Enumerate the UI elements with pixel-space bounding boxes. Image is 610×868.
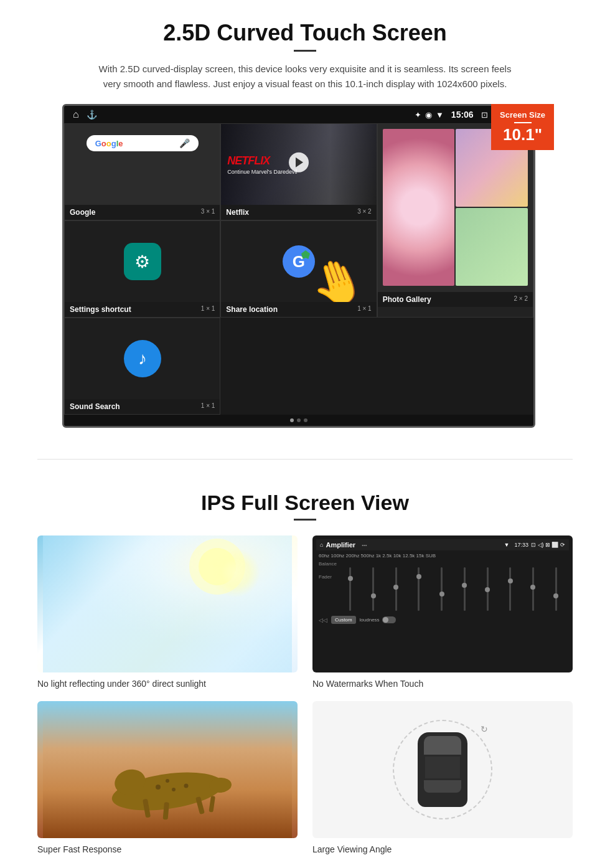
badge-label: Screen Size <box>500 110 545 120</box>
eq-slider-5[interactable] <box>441 567 443 611</box>
sound-app-size: 1 × 1 <box>201 402 215 411</box>
eq-slider-1[interactable] <box>349 567 351 611</box>
eq-thumb-10[interactable] <box>553 593 558 598</box>
eq-thumb-5[interactable] <box>439 592 444 597</box>
share-cell-inner: G 🤚 <box>221 221 376 302</box>
status-bar: ⌂ ⚓ ✦ ◉ ▼ 15:06 ⊡ ◁) ⊠ ⬜ <box>64 106 533 123</box>
svg-point-7 <box>156 785 161 790</box>
eq-thumb-9[interactable] <box>530 585 535 590</box>
amp-custom-button[interactable]: Custom <box>331 616 356 624</box>
dot-1[interactable] <box>290 418 294 422</box>
netflix-app-name: Netflix <box>226 208 249 217</box>
play-button[interactable] <box>289 153 309 172</box>
ips-title-divider <box>294 519 316 521</box>
eq-slider-4[interactable] <box>418 567 420 611</box>
eq-slider-6[interactable] <box>464 567 466 611</box>
app-cell-google[interactable]: Google 🎤 Google 3 × 1 <box>64 123 220 220</box>
share-app-name: Share location <box>226 305 278 314</box>
google-label-row: Google 3 × 1 <box>65 205 220 220</box>
netflix-app-size: 3 × 2 <box>357 208 372 217</box>
balance-label: Balance <box>319 561 336 567</box>
feature-cheetah: Super Fast Response <box>37 701 298 854</box>
page-title: 2.5D Curved Touch Screen <box>37 20 573 46</box>
cheetah-label: Super Fast Response <box>37 844 298 854</box>
usb-icon: ⚓ <box>87 110 97 120</box>
amp-camera: ⊡ ◁) ⊠ ⬜ ⟳ <box>531 542 565 548</box>
car-label: Large Viewing Angle <box>312 844 573 854</box>
eq-thumb-7[interactable] <box>485 587 490 592</box>
play-button-wrap[interactable] <box>289 153 309 172</box>
google-maps-icon: G <box>283 245 315 278</box>
dot-2[interactable] <box>297 418 301 422</box>
google-app-name: Google <box>70 208 95 217</box>
feature-sunlight: No light reflecting under 360° direct su… <box>37 535 298 689</box>
eq-bar-1 <box>340 567 361 611</box>
eq-slider-3[interactable] <box>395 567 397 611</box>
eq-thumb-3[interactable] <box>393 585 398 590</box>
amp-nav-left: ◁◁ <box>319 617 327 623</box>
settings-cell-inner: ⚙ <box>65 221 220 302</box>
amp-dots: ••• <box>362 542 367 548</box>
eq-thumb-6[interactable] <box>462 583 467 588</box>
home-icon: ⌂ <box>73 109 79 120</box>
arrow-circle-icon: ↻ <box>481 724 488 734</box>
eq-thumb-2[interactable] <box>371 593 376 598</box>
app-cell-settings[interactable]: ⚙ Settings shortcut 1 × 1 <box>64 220 220 318</box>
eq-bar-7 <box>477 567 498 611</box>
share-label-row: Share location 1 × 1 <box>221 302 376 317</box>
google-app-size: 3 × 1 <box>201 208 215 217</box>
netflix-label-row: Netflix 3 × 2 <box>221 205 376 220</box>
eq-bar-6 <box>454 567 476 611</box>
app-grid: Google 🎤 Google 3 × 1 <box>64 123 533 415</box>
eq-bar-2 <box>363 567 384 611</box>
settings-icon: ⚙ <box>124 243 161 280</box>
eq-bar-8 <box>500 567 521 611</box>
eq-thumb-4[interactable] <box>416 574 421 579</box>
screen-size-badge: Screen Size 10.1" <box>491 104 554 150</box>
camera-icon: ⊡ <box>481 110 488 120</box>
title-divider <box>294 50 316 52</box>
settings-app-size: 1 × 1 <box>201 305 215 314</box>
sound-label-row: Sound Search 1 × 1 <box>65 399 220 414</box>
sunlight-svg <box>37 535 298 672</box>
loudness-toggle[interactable] <box>382 616 396 623</box>
feature-grid: No light reflecting under 360° direct su… <box>37 535 573 854</box>
eq-thumb-1[interactable] <box>348 576 353 581</box>
sound-search-icon: ♪ <box>124 340 161 377</box>
eq-bar-3 <box>385 567 406 611</box>
google-mic-icon: 🎤 <box>179 138 190 148</box>
amp-header: ⌂ Amplifier ••• ▼ 17:33 ⊡ ◁) ⊠ ⬜ ⟳ <box>316 539 569 550</box>
eq-bar-4 <box>408 567 429 611</box>
google-search-bar[interactable]: Google 🎤 <box>87 135 199 151</box>
maps-pin <box>301 250 310 259</box>
svg-rect-0 <box>43 535 292 672</box>
app-cell-netflix[interactable]: NETFLIX Continue Marvel's Daredevil Netf… <box>220 123 377 220</box>
eq-slider-8[interactable] <box>509 567 511 611</box>
app-cell-gallery[interactable]: Photo Gallery 2 × 2 <box>377 123 533 318</box>
settings-app-name: Settings shortcut <box>70 305 131 314</box>
dot-3[interactable] <box>304 418 307 422</box>
car-image: ↻ <box>312 701 573 838</box>
eq-thumb-8[interactable] <box>508 578 513 583</box>
svg-point-1 <box>189 539 245 595</box>
app-cell-share[interactable]: G 🤚 Share location 1 × 1 <box>220 220 377 318</box>
amp-title: Amplifier <box>326 541 355 549</box>
eq-bars <box>340 561 566 611</box>
eq-slider-10[interactable] <box>555 567 557 611</box>
eq-slider-9[interactable] <box>532 567 534 611</box>
gallery-app-size: 2 × 2 <box>514 295 528 304</box>
cheetah-svg <box>37 701 298 838</box>
svg-point-10 <box>166 779 169 783</box>
eq-slider-7[interactable] <box>487 567 489 611</box>
svg-point-9 <box>184 784 189 788</box>
feature-car: ↻ Large Viewing Angle <box>312 701 573 854</box>
fader-label: Fader <box>319 574 336 580</box>
sound-app-name: Sound Search <box>70 402 120 411</box>
dots-navigation <box>64 415 533 426</box>
car-windshield <box>424 736 461 755</box>
svg-point-8 <box>172 788 176 791</box>
amp-time: 17:33 <box>514 542 528 548</box>
feature-amplifier: ⌂ Amplifier ••• ▼ 17:33 ⊡ ◁) ⊠ ⬜ ⟳ 60hz … <box>312 535 573 689</box>
eq-slider-2[interactable] <box>372 567 374 611</box>
app-cell-sound[interactable]: ♪ Sound Search 1 × 1 <box>64 318 220 415</box>
